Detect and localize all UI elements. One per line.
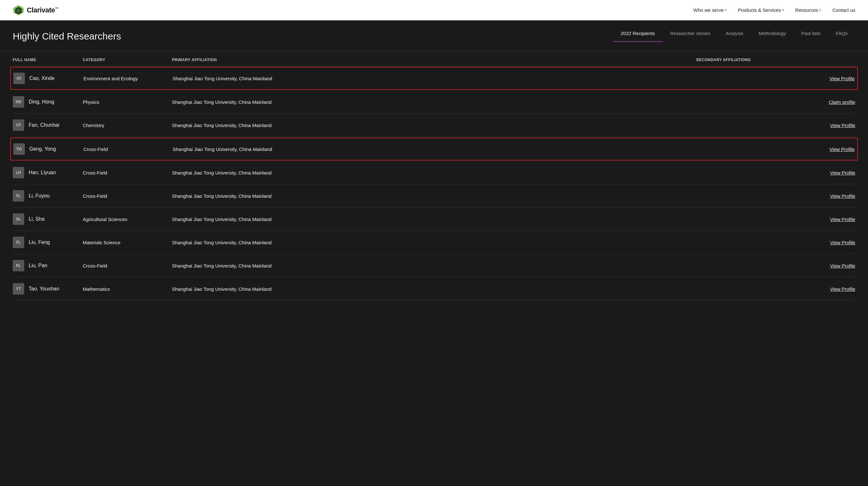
nav-who-we-serve[interactable]: Who we serve ▾ — [693, 7, 726, 13]
researcher-name: Li, Fuyou — [29, 193, 50, 199]
view-profile-link[interactable]: View Profile — [830, 147, 855, 152]
table-section: FULL NAME CATEGORY PRIMARY AFFILIATION S… — [0, 51, 868, 301]
action-cell: View Profile — [804, 170, 855, 176]
action-cell: View Profile — [804, 217, 855, 222]
table-row: FL Liu, Feng Materials Science Shanghai … — [13, 231, 855, 254]
page-title: Highly Cited Researchers — [13, 31, 121, 42]
tab-researcher-stories[interactable]: Researcher stories — [662, 31, 718, 42]
header-section: Highly Cited Researchers 2022 Recipients… — [0, 20, 868, 51]
affiliation-cell: Shanghai Jiao Tong University, China Mai… — [172, 217, 696, 222]
table-body: XC Cao, Xinde Environment and Ecology Sh… — [13, 67, 855, 301]
nav-contact-us[interactable]: Contact us — [832, 7, 855, 13]
action-cell: View Profile — [804, 193, 855, 199]
table-row: YG Geng, Yong Cross-Field Shanghai Jiao … — [10, 138, 858, 160]
category-cell: Cross-Field — [83, 170, 172, 176]
logo[interactable]: Clarivate™ — [13, 4, 693, 16]
name-cell: CF Fan, Chunhai — [13, 119, 83, 131]
researcher-name: Ding, Hong — [29, 99, 54, 105]
view-profile-link[interactable]: View Profile — [830, 217, 855, 222]
view-profile-link[interactable]: View Profile — [830, 286, 855, 292]
view-profile-link[interactable]: View Profile — [830, 240, 855, 245]
avatar: CF — [13, 119, 24, 131]
col-full-name: FULL NAME — [13, 58, 83, 62]
header-top: Highly Cited Researchers 2022 Recipients… — [13, 31, 855, 42]
avatar: YG — [13, 143, 25, 155]
affiliation-cell: Shanghai Jiao Tong University, China Mai… — [172, 286, 696, 292]
researcher-name: Li, Sha — [29, 216, 44, 222]
logo-text: Clarivate™ — [27, 6, 58, 14]
tab-faqs[interactable]: FAQs — [828, 31, 855, 42]
view-profile-link[interactable]: View Profile — [830, 263, 855, 269]
table-header: FULL NAME CATEGORY PRIMARY AFFILIATION S… — [13, 51, 855, 66]
category-cell: Cross-Field — [83, 263, 172, 269]
main-nav: Clarivate™ Who we serve ▾ Products & Ser… — [0, 0, 868, 20]
category-cell: Physics — [83, 99, 172, 105]
category-cell: Mathematics — [83, 286, 172, 292]
table-row: YT Tao, Youshan Mathematics Shanghai Jia… — [13, 277, 855, 301]
name-cell: YT Tao, Youshan — [13, 283, 83, 295]
chevron-down-icon: ▾ — [782, 8, 784, 12]
view-profile-link[interactable]: View Profile — [830, 193, 855, 199]
name-cell: FL Liu, Feng — [13, 237, 83, 248]
avatar: SL — [13, 213, 24, 225]
table-row: XC Cao, Xinde Environment and Ecology Sh… — [10, 67, 858, 90]
avatar: PL — [13, 260, 24, 271]
table-row: HD Ding, Hong Physics Shanghai Jiao Tong… — [13, 90, 855, 114]
name-cell: SL Li, Sha — [13, 213, 83, 225]
category-cell: Cross-Field — [84, 147, 173, 152]
claim-profile-link[interactable]: Claim profile — [829, 99, 855, 105]
researcher-name: Liu, Pan — [29, 263, 48, 269]
name-cell: HD Ding, Hong — [13, 96, 83, 108]
view-profile-link[interactable]: View Profile — [830, 123, 855, 128]
name-cell: PL Liu, Pan — [13, 260, 83, 271]
view-profile-link[interactable]: View Profile — [830, 76, 855, 81]
table-row: PL Liu, Pan Cross-Field Shanghai Jiao To… — [13, 254, 855, 277]
researcher-name: Fan, Chunhai — [29, 122, 59, 128]
avatar: FL — [13, 190, 24, 202]
action-cell: View Profile — [804, 240, 855, 245]
affiliation-cell: Shanghai Jiao Tong University, China Mai… — [172, 240, 696, 245]
tab-2022-recipients[interactable]: 2022 Recipients — [613, 31, 662, 42]
researcher-name: Liu, Feng — [29, 240, 50, 245]
tab-past-lists[interactable]: Past lists — [794, 31, 828, 42]
col-category: CATEGORY — [83, 58, 172, 62]
table-row: FL Li, Fuyou Cross-Field Shanghai Jiao T… — [13, 184, 855, 208]
action-cell: Claim profile — [804, 99, 855, 105]
affiliation-cell: Shanghai Jiao Tong University, China Mai… — [172, 263, 696, 269]
avatar: LH — [13, 167, 24, 178]
category-cell: Materials Science — [83, 240, 172, 245]
action-cell: View Profile — [804, 263, 855, 269]
category-cell: Environment and Ecology — [84, 76, 173, 81]
affiliation-cell: Shanghai Jiao Tong University, China Mai… — [173, 76, 695, 81]
tab-methodology[interactable]: Methodology — [751, 31, 794, 42]
name-cell: LH Han, Liyuan — [13, 167, 83, 178]
researcher-name: Han, Liyuan — [29, 170, 56, 176]
name-cell: YG Geng, Yong — [13, 143, 84, 155]
nav-products-services[interactable]: Products & Services ▾ — [738, 7, 784, 13]
name-cell: XC Cao, Xinde — [13, 72, 84, 84]
affiliation-cell: Shanghai Jiao Tong University, China Mai… — [172, 193, 696, 199]
clarivate-logo-icon — [13, 4, 24, 16]
nav-links: Who we serve ▾ Products & Services ▾ Res… — [693, 7, 855, 13]
avatar: XC — [13, 72, 25, 84]
affiliation-cell: Shanghai Jiao Tong University, China Mai… — [172, 170, 696, 176]
category-cell: Cross-Field — [83, 193, 172, 199]
action-cell: View Profile — [804, 76, 855, 81]
affiliation-cell: Shanghai Jiao Tong University, China Mai… — [172, 123, 696, 128]
view-profile-link[interactable]: View Profile — [830, 170, 855, 176]
avatar: FL — [13, 237, 24, 248]
chevron-down-icon: ▾ — [819, 8, 821, 12]
affiliation-cell: Shanghai Jiao Tong University, China Mai… — [172, 99, 696, 105]
tab-analysis[interactable]: Analysis — [718, 31, 751, 42]
col-action — [804, 58, 855, 62]
researcher-name: Tao, Youshan — [29, 286, 59, 292]
col-secondary-affiliations: SECONDARY AFFILIATIONS — [696, 58, 804, 62]
col-primary-affiliation: PRIMARY AFFILIATION — [172, 58, 696, 62]
table-row: LH Han, Liyuan Cross-Field Shanghai Jiao… — [13, 161, 855, 184]
action-cell: View Profile — [804, 286, 855, 292]
researcher-name: Cao, Xinde — [29, 75, 55, 81]
avatar: HD — [13, 96, 24, 108]
action-cell: View Profile — [804, 147, 855, 152]
chevron-down-icon: ▾ — [725, 8, 726, 12]
nav-resources[interactable]: Resources ▾ — [796, 7, 821, 13]
